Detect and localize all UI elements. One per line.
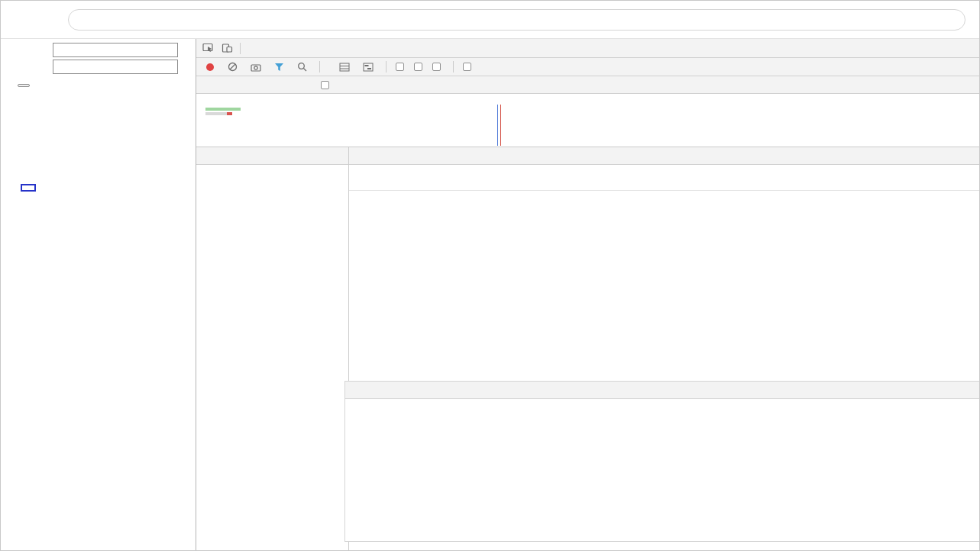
waterfall-bar <box>205 112 227 115</box>
domcontentloaded-event-line <box>497 105 498 146</box>
response-panel-tabbar <box>345 382 980 399</box>
view-waterfall-icon[interactable] <box>360 63 377 72</box>
inspect-icon[interactable] <box>199 43 217 53</box>
network-filter-bar <box>196 76 979 94</box>
submit-button[interactable] <box>18 84 30 87</box>
address-bar[interactable] <box>68 9 965 31</box>
search-icon[interactable] <box>294 62 310 72</box>
response-headers-section-header[interactable] <box>349 195 979 211</box>
hide-data-urls-checkbox[interactable] <box>321 81 329 89</box>
browser-toolbar <box>1 1 979 39</box>
network-toolbar <box>196 58 979 76</box>
headers-sections <box>349 165 979 211</box>
annotation-http-response-box <box>21 184 36 192</box>
network-overview-timeline[interactable] <box>196 94 979 147</box>
username-row <box>8 43 178 57</box>
preserve-log-option <box>414 63 425 71</box>
response-body-panel <box>344 381 980 542</box>
disable-cache-option <box>432 63 444 71</box>
detail-tabbar <box>349 147 979 165</box>
record-icon[interactable] <box>202 63 218 72</box>
browser-window <box>0 0 980 551</box>
devtools-tabbar <box>196 39 979 58</box>
clear-icon[interactable] <box>225 62 241 72</box>
filter-input[interactable] <box>202 79 313 90</box>
general-section-header[interactable] <box>349 169 979 186</box>
login-form <box>8 43 178 89</box>
password-row <box>8 60 178 74</box>
device-toolbar-icon[interactable] <box>218 43 236 53</box>
offline-option <box>463 63 474 71</box>
separator <box>240 43 241 54</box>
group-by-frame-checkbox[interactable] <box>396 63 404 71</box>
group-by-frame-option <box>396 63 407 71</box>
hide-data-urls-option <box>321 81 332 89</box>
waterfall-bar <box>205 108 241 111</box>
waterfall-bar <box>227 112 232 115</box>
load-event-line <box>500 105 501 146</box>
preserve-log-checkbox[interactable] <box>414 63 422 71</box>
name-column-header[interactable] <box>196 147 348 165</box>
requests-table <box>196 147 349 551</box>
username-input[interactable] <box>53 43 178 57</box>
view-list-icon[interactable] <box>336 63 353 72</box>
offline-checkbox[interactable] <box>463 63 471 71</box>
response-source-code[interactable] <box>345 399 980 541</box>
separator <box>386 61 387 72</box>
password-input[interactable] <box>53 60 178 74</box>
capture-screenshot-icon[interactable] <box>247 63 264 72</box>
separator <box>453 61 454 72</box>
section-divider <box>349 190 979 191</box>
filter-funnel-icon[interactable] <box>271 63 287 72</box>
disable-cache-checkbox[interactable] <box>432 63 441 71</box>
separator <box>319 61 320 72</box>
